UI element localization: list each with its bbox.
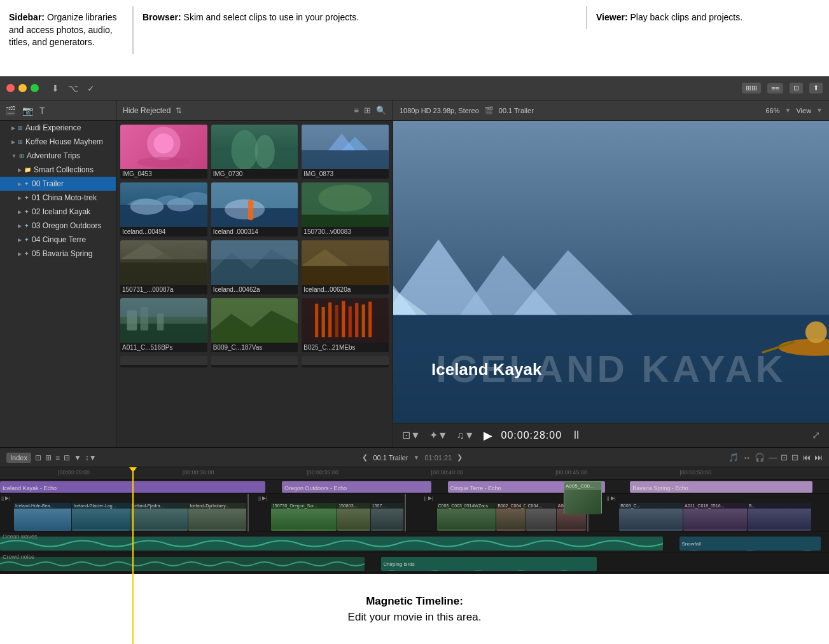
frame-select-icon[interactable]: ⊡▼ [402,429,421,441]
fullscreen-icon[interactable]: ⤢ [812,429,820,441]
minimize-button[interactable] [18,84,27,92]
clip-150731[interactable]: 150731_...00087a [120,240,207,294]
clip-label: IMG_0453 [120,169,207,179]
annotation-bottom: Magnetic Timeline: Edit your movie in th… [0,574,829,644]
index-button[interactable]: Index [6,453,31,463]
photo-icon[interactable]: 📷 [22,106,33,116]
split-view-btn[interactable]: ⊡ [790,83,803,93]
clip-img0453[interactable]: IMG_0453 [120,125,207,179]
crowd-noise-track: Crowd noise Chirping birds [0,552,829,573]
clip-iceland494[interactable]: Iceland...00494 [120,182,207,236]
svg-rect-20 [120,259,207,285]
timeline-toolbar-right: 🎵 ↔ 🎧 — ⊡ ⊡ ⏮ ⏭ [728,453,823,462]
clip-150730[interactable]: 150730...v00083 [302,182,389,236]
clip-img0873[interactable]: IMG_0873 [302,125,389,179]
clip-iceland000314[interactable]: Iceland .000314 [211,182,298,236]
titles-icon[interactable]: T [39,106,45,116]
sidebar-item-03-oregon[interactable]: ▶ ✦ 03 Oregon Outdoors [0,219,116,233]
key-icon[interactable]: ⌥ [68,83,78,93]
sidebar-item-00-trailer[interactable]: ▶ ✦ 00 Trailer [0,177,116,191]
clip-label: B009_C...187Vas [211,343,298,352]
timeline-chevron-left[interactable]: ❮ [362,453,368,462]
media-icon[interactable]: 🎬 [5,106,16,116]
floating-clip[interactable]: A005_C00... [564,481,602,514]
view-label[interactable]: View [796,107,811,114]
project-icon: ✦ [24,250,29,257]
blade-icon[interactable]: ⊡ [791,453,798,462]
play-button[interactable]: ▶ [484,428,492,442]
svg-rect-34 [120,298,207,317]
clip-b009[interactable]: B009_C...187Vas [211,298,298,352]
timeline-zoom-in[interactable]: ↔ [742,453,751,462]
svg-rect-23 [120,259,207,263]
sidebar-item-koffee[interactable]: ▶ ⊞ Koffee House Mayhem [0,135,116,149]
annotation-viewer: Viewer: Play back clips and projects. [587,6,829,29]
skip-forward-icon[interactable]: ⏭ [814,453,823,462]
sort-icon[interactable]: ⇅ [176,106,182,115]
svg-rect-45 [362,305,365,338]
timeline-chevron-right[interactable]: ❯ [457,453,463,462]
svg-rect-46 [368,302,372,338]
skip-back-icon[interactable]: ⏮ [802,453,811,462]
timeline-flag-icon[interactable]: ▼ [74,453,81,462]
grid-view-btn[interactable]: ⊞⊞ [742,83,761,93]
annotation-bottom-content: Magnetic Timeline: Edit your movie in th… [348,593,482,626]
clip-view4-icon[interactable]: ⊟ [64,453,70,462]
view-chevron-icon[interactable]: ▼ [816,107,823,114]
timeline-sort-icon[interactable]: ↕▼ [85,453,97,462]
mute-icon[interactable]: — [769,453,777,462]
audio-icon[interactable]: ♫▼ [457,430,475,441]
clip-extra1[interactable] [120,356,207,367]
list-view-btn[interactable]: ≡≡ [767,83,783,93]
sidebar-item-01-china[interactable]: ▶ ✦ 01 China Moto-trek [0,191,116,205]
timeline-clip-name[interactable]: 00.1 Trailer [373,454,408,462]
pause-icon[interactable]: ⏸ [571,428,582,442]
clip-connect-icon[interactable]: ⊡ [781,453,788,462]
headphone-icon[interactable]: 🎧 [755,453,765,462]
sidebar-item-adventure[interactable]: ▼ ⊞ Adventure Trips [0,149,116,163]
search-icon[interactable]: 🔍 [376,106,386,115]
viewer-controls: ⊡▼ ✦▼ ♫▼ ▶ 00:00:28:00 ⏸ ⤢ [393,423,829,447]
annotation-top: Sidebar: Organize libraries and access p… [0,0,829,76]
clip-img0730[interactable]: IMG_0730 [211,125,298,179]
sidebar-item-audi[interactable]: ▶ ⊞ Audi Experience [0,121,116,135]
playhead[interactable] [132,467,134,644]
clip-b025[interactable]: B025_C...21MEbs [302,298,389,352]
waveform-icon[interactable]: 🎵 [728,453,739,462]
clip-iceland462[interactable]: Iceland...00462a [211,240,298,294]
fullscreen-button[interactable] [31,84,39,92]
transform-icon[interactable]: ✦▼ [429,429,448,441]
clip-label: IMG_0730 [211,169,298,179]
sidebar-item-label: 05 Bavaria Spring [32,249,92,258]
upload-btn[interactable]: ⬆ [809,83,823,93]
import-icon[interactable]: ⬇ [52,83,59,93]
check-icon[interactable]: ✓ [87,83,95,93]
sidebar-item-label: Audi Experience [25,123,81,132]
clip-iceland620[interactable]: Iceland...00620a [302,240,389,294]
grid-icon[interactable]: ⊞ [364,106,371,115]
clip-view3-icon[interactable]: ≡ [55,453,60,462]
collapse-icon: ▶ [18,181,22,187]
sidebar-item-05-bavaria[interactable]: ▶ ✦ 05 Bavaria Spring [0,247,116,261]
svg-point-4 [231,130,258,169]
clip-a011[interactable]: A011_C...516BPs [120,298,207,352]
group-bavaria: || ▶| B009_C... A011_C018_0516... B... [605,494,812,531]
clip-view-icon[interactable]: ⊡ [35,453,41,462]
clip-view2-icon[interactable]: ⊞ [45,453,52,462]
sidebar-item-04-cinque[interactable]: ▶ ✦ 04 Cinque Terre [0,233,116,247]
sidebar-item-label: Adventure Trips [27,151,80,160]
clip-extra3[interactable] [302,356,389,367]
sidebar-item-02-iceland[interactable]: ▶ ✦ 02 Iceland Kayak [0,205,116,219]
clip-label: Iceland .000314 [211,227,298,236]
sidebar-item-label: Koffee House Mayhem [25,137,103,146]
timeline-ruler: |00:00:25:00 |00:00:30:00 |00:00:35:00 |… [0,467,829,480]
sidebar-item-smart-collections[interactable]: ▶ 📁 Smart Collections [0,163,116,177]
close-button[interactable] [6,84,15,92]
echo-tracks-row: Iceland Kayak - Echo Oregon Outdoors - E… [0,480,829,494]
project-icon: ✦ [24,223,29,229]
list-icon[interactable]: ≡ [354,106,359,115]
zoom-chevron-icon[interactable]: ▼ [785,107,791,114]
ocean-waveform [0,537,663,551]
timeline-clip-name-arrow[interactable]: ▼ [414,454,420,461]
clip-extra2[interactable] [211,356,298,367]
